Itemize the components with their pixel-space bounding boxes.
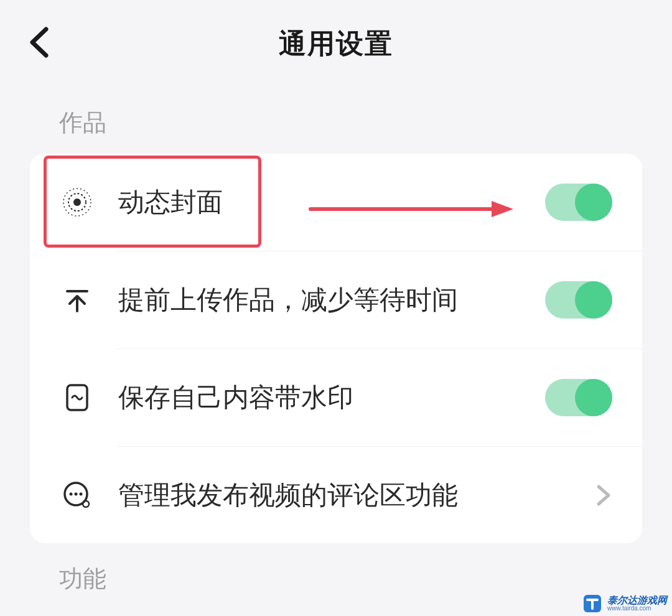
svg-point-8	[83, 501, 89, 507]
upload-icon	[60, 282, 95, 317]
watermark-logo-icon	[582, 594, 602, 614]
toggle-knob	[575, 379, 612, 416]
toggle-watermark[interactable]	[545, 379, 612, 416]
watermark: 泰尔达游戏网 www.tairda.com	[577, 591, 672, 616]
svg-point-7	[80, 492, 83, 495]
row-label: 管理我发布视频的评论区功能	[118, 478, 595, 513]
comment-manage-icon	[60, 478, 95, 513]
watermark-icon	[60, 380, 95, 415]
svg-point-0	[73, 198, 81, 206]
row-label: 提前上传作品，减少等待时间	[118, 282, 545, 317]
row-pre-upload[interactable]: 提前上传作品，减少等待时间	[30, 251, 642, 348]
row-label: 保存自己内容带水印	[118, 380, 545, 415]
watermark-title: 泰尔达游戏网	[607, 595, 667, 605]
svg-point-5	[70, 492, 73, 495]
row-dynamic-cover[interactable]: 动态封面	[30, 154, 642, 251]
back-button[interactable]	[26, 26, 52, 62]
header: 通用设置	[0, 0, 672, 87]
chevron-left-icon	[26, 26, 52, 59]
toggle-dynamic-cover[interactable]	[545, 184, 612, 221]
watermark-url: www.tairda.com	[607, 605, 667, 612]
page-title: 通用设置	[0, 26, 672, 62]
row-label: 动态封面	[118, 185, 545, 220]
live-cover-icon	[60, 185, 95, 220]
row-comment-manage[interactable]: 管理我发布视频的评论区功能	[30, 447, 642, 543]
row-watermark[interactable]: 保存自己内容带水印	[30, 349, 642, 446]
svg-point-6	[75, 492, 78, 495]
section-label-works: 作品	[0, 87, 672, 154]
chevron-right-icon	[595, 483, 612, 508]
settings-card-works: 动态封面 提前上传作品，减少等待时间 保存自己内容带水印	[30, 154, 642, 543]
section-label-features: 功能	[0, 543, 672, 610]
toggle-knob	[575, 281, 612, 319]
toggle-knob	[575, 184, 612, 221]
toggle-pre-upload[interactable]	[545, 281, 612, 319]
